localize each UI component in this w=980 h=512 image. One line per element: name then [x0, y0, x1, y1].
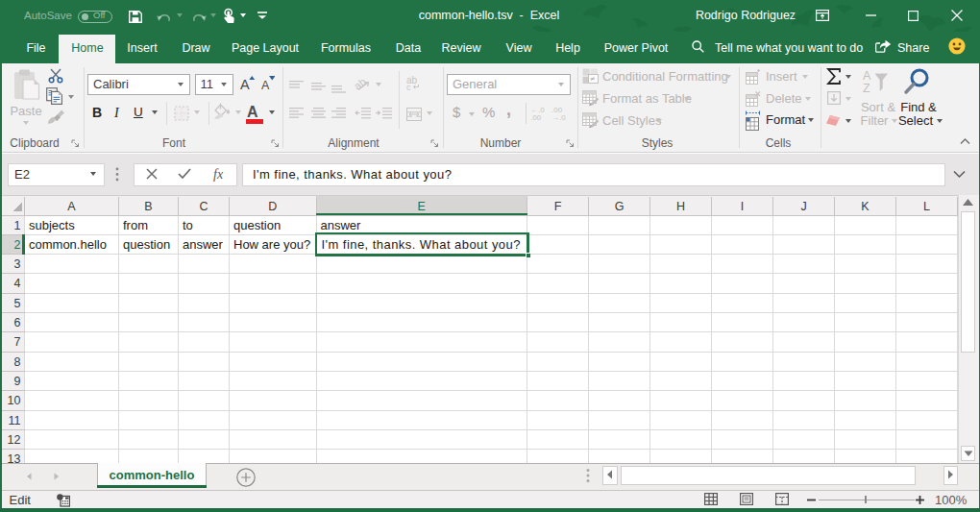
svg-text:3: 3 — [14, 257, 21, 271]
svg-text:13: 13 — [8, 452, 21, 463]
svg-text:E: E — [418, 199, 426, 212]
svg-text:Z: Z — [863, 82, 870, 95]
svg-text:6: 6 — [14, 316, 21, 329]
svg-text:B: B — [144, 199, 152, 212]
svg-text:10: 10 — [8, 394, 21, 407]
svg-text:5: 5 — [14, 296, 21, 309]
svg-text:common.hello: common.hello — [29, 236, 107, 251]
svg-text:H: H — [676, 199, 685, 212]
svg-text:J: J — [800, 199, 806, 212]
svg-text:L: L — [923, 199, 930, 212]
svg-text:D: D — [268, 199, 277, 212]
svg-text:F: F — [554, 199, 562, 212]
svg-text:9: 9 — [14, 375, 21, 388]
svg-text:→.0: →.0 — [551, 113, 566, 120]
svg-text:2: 2 — [14, 237, 21, 251]
svg-text:C: C — [199, 199, 208, 212]
svg-text:8: 8 — [14, 354, 21, 368]
svg-text:I: I — [741, 199, 744, 212]
svg-text:question: question — [123, 236, 170, 251]
svg-text:7: 7 — [14, 335, 21, 349]
svg-text:A: A — [863, 69, 871, 83]
svg-text:subjects: subjects — [29, 217, 75, 232]
svg-text:from: from — [123, 217, 148, 232]
svg-text:to: to — [183, 217, 193, 232]
svg-text:4: 4 — [14, 277, 21, 290]
svg-text:.00: .00 — [530, 113, 542, 120]
svg-text:12: 12 — [8, 432, 21, 446]
svg-text:answer: answer — [183, 236, 224, 251]
svg-text:How are you?: How are you? — [233, 236, 310, 251]
svg-text:I'm fine, thanks. What about y: I'm fine, thanks. What about you? — [322, 236, 521, 251]
svg-text:1: 1 — [14, 218, 21, 232]
svg-text:11: 11 — [9, 413, 21, 427]
svg-text:≠: ≠ — [591, 74, 596, 84]
svg-text:G: G — [615, 199, 625, 212]
svg-text:K: K — [861, 199, 870, 212]
svg-text:A: A — [67, 199, 76, 212]
svg-text:c: c — [406, 83, 411, 90]
svg-text:answer: answer — [321, 217, 362, 232]
svg-text:question: question — [233, 217, 281, 232]
